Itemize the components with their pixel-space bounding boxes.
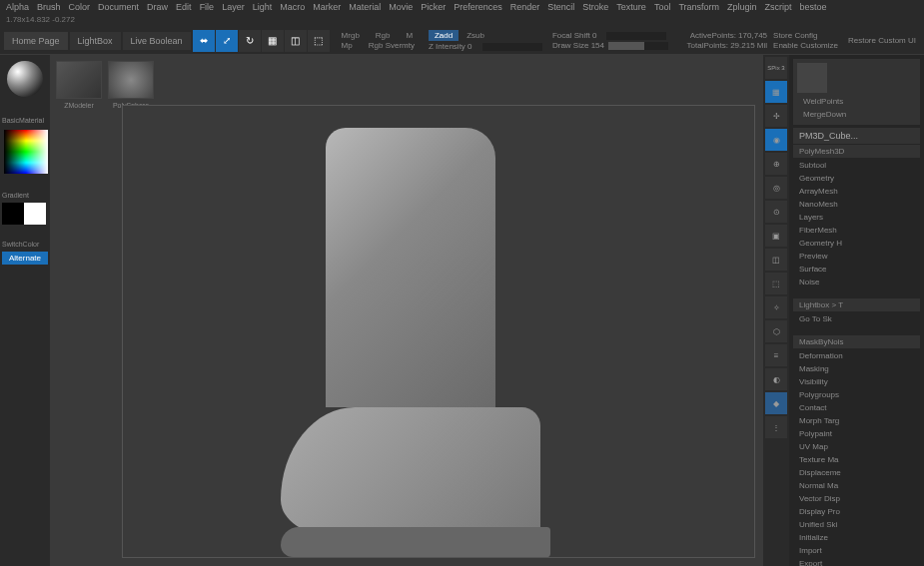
scale-icon[interactable]: ⤢ — [216, 30, 238, 52]
menu-texture[interactable]: Texture — [616, 2, 646, 13]
panel-subtool[interactable]: Subtool — [793, 159, 920, 172]
rt-btn-actnr[interactable]: ▣ — [765, 225, 787, 247]
panel-texture-ma[interactable]: Texture Ma — [793, 453, 920, 466]
panel-geometry-h[interactable]: Geometry H — [793, 237, 920, 250]
material-preview[interactable] — [7, 61, 43, 97]
panel-nanomesh[interactable]: NanoMesh — [793, 198, 920, 211]
menu-stencil[interactable]: Stencil — [547, 2, 574, 13]
menu-movie[interactable]: Movie — [389, 2, 413, 13]
mrgb-label[interactable]: Mrgb — [338, 31, 364, 40]
rt-btn-10[interactable]: ✧ — [765, 296, 787, 318]
swatch-black[interactable] — [2, 203, 24, 225]
gotoski[interactable]: Go To Sk — [793, 312, 920, 325]
lightbox-tools[interactable]: Lightbox > T — [793, 298, 920, 311]
zadd-button[interactable]: Zadd — [429, 30, 459, 41]
m-label[interactable]: M — [403, 31, 418, 40]
menu-draw[interactable]: Draw — [147, 2, 168, 13]
drawsize-slider[interactable] — [608, 42, 668, 50]
menu-edit[interactable]: Edit — [176, 2, 192, 13]
rt-btn-1[interactable]: ▦ — [765, 81, 787, 103]
lightbox-button[interactable]: LightBox — [70, 32, 121, 50]
rt-btn-11[interactable]: ⬡ — [765, 320, 787, 342]
tool3-icon[interactable]: ⬚ — [308, 30, 330, 52]
panel-preview[interactable]: Preview — [793, 250, 920, 263]
rt-btn-8[interactable]: ◫ — [765, 249, 787, 271]
spix-button[interactable]: SPix 3 — [765, 57, 787, 79]
panel-unified-ski[interactable]: Unified Ski — [793, 518, 920, 531]
home-button[interactable]: Home Page — [4, 32, 68, 50]
tool-icon[interactable]: ▦ — [262, 30, 284, 52]
rt-btn-5[interactable]: ◎ — [765, 177, 787, 199]
switchcolor-label[interactable]: SwitchColor — [2, 241, 48, 248]
menu-macro[interactable]: Macro — [280, 2, 305, 13]
zmodeler-thumb[interactable] — [56, 61, 102, 99]
rt-btn-2[interactable]: ✢ — [765, 105, 787, 127]
focal-slider[interactable] — [606, 32, 666, 40]
menu-alpha[interactable]: Alpha — [6, 2, 29, 13]
menu-zplugin[interactable]: Zplugin — [727, 2, 757, 13]
panel-display-pro[interactable]: Display Pro — [793, 505, 920, 518]
zsub-button[interactable]: Zsub — [462, 31, 488, 40]
swatch-white[interactable] — [24, 203, 46, 225]
menu-tool[interactable]: Tool — [654, 2, 671, 13]
weldpoints[interactable]: WeldPoints — [797, 95, 916, 108]
menu-light[interactable]: Light — [253, 2, 273, 13]
panel-deformation[interactable]: Deformation — [793, 349, 920, 362]
rt-btn-linefill[interactable]: ≡ — [765, 344, 787, 366]
panel-polygroups[interactable]: Polygroups — [793, 388, 920, 401]
rt-btn-6[interactable]: ⊙ — [765, 201, 787, 223]
rt-btn-15[interactable]: ⋮ — [765, 416, 787, 438]
panel-displaceme[interactable]: Displaceme — [793, 466, 920, 479]
panel-vector-disp[interactable]: Vector Disp — [793, 492, 920, 505]
alternate-button[interactable]: Alternate — [2, 252, 48, 265]
viewport[interactable] — [122, 105, 755, 558]
menu-stroke[interactable]: Stroke — [582, 2, 608, 13]
zintensity-slider[interactable] — [482, 43, 542, 51]
rt-btn-3[interactable]: ◉ — [765, 129, 787, 151]
weld-thumb[interactable] — [797, 63, 827, 93]
panel-visibility[interactable]: Visibility — [793, 375, 920, 388]
menu-file[interactable]: File — [200, 2, 215, 13]
rt-btn-4[interactable]: ⊕ — [765, 153, 787, 175]
live-boolean-button[interactable]: Live Boolean — [123, 32, 191, 50]
panel-contact[interactable]: Contact — [793, 401, 920, 414]
color-picker[interactable] — [4, 130, 48, 174]
panel-noise[interactable]: Noise — [793, 276, 920, 288]
menu-material[interactable]: Material — [349, 2, 381, 13]
menu-render[interactable]: Render — [510, 2, 540, 13]
panel-normal-ma[interactable]: Normal Ma — [793, 479, 920, 492]
menu-transform[interactable]: Transform — [678, 2, 719, 13]
panel-polypaint[interactable]: Polypaint — [793, 427, 920, 440]
rt-btn-tansp[interactable]: ◐ — [765, 368, 787, 390]
panel-geometry[interactable]: Geometry — [793, 172, 920, 185]
panel-uv-map[interactable]: UV Map — [793, 440, 920, 453]
mergedown[interactable]: MergeDown — [797, 108, 916, 121]
menu-layer[interactable]: Layer — [222, 2, 245, 13]
panel-morph-targ[interactable]: Morph Targ — [793, 414, 920, 427]
panel-arraymesh[interactable]: ArrayMesh — [793, 185, 920, 198]
menu-brush[interactable]: Brush — [37, 2, 61, 13]
menu-bestoe[interactable]: bestoe — [800, 2, 827, 13]
panel-fibermesh[interactable]: FiberMesh — [793, 224, 920, 237]
panel-initialize[interactable]: Initialize — [793, 531, 920, 544]
menu-document[interactable]: Document — [98, 2, 139, 13]
rt-btn-14[interactable]: ◆ — [765, 392, 787, 414]
menu-picker[interactable]: Picker — [421, 2, 446, 13]
menu-zscript[interactable]: Zscript — [765, 2, 792, 13]
polysphere-thumb[interactable] — [108, 61, 154, 99]
rt-btn-frame[interactable]: ⬚ — [765, 273, 787, 294]
restore-ui[interactable]: Restore Custom UI — [844, 36, 920, 45]
panel-export[interactable]: Export — [793, 557, 920, 566]
panel-surface[interactable]: Surface — [793, 263, 920, 276]
menu-color[interactable]: Color — [69, 2, 91, 13]
store-config[interactable]: Store Config — [769, 31, 842, 40]
enable-customize[interactable]: Enable Customize — [769, 41, 842, 50]
polymesh3d[interactable]: PolyMesh3D — [793, 145, 920, 158]
tool2-icon[interactable]: ◫ — [285, 30, 307, 52]
menu-preferences[interactable]: Preferences — [454, 2, 502, 13]
panel-import[interactable]: Import — [793, 544, 920, 557]
maskbynoise[interactable]: MaskByNois — [793, 335, 920, 348]
rgb-label[interactable]: Rgb — [372, 31, 395, 40]
panel-masking[interactable]: Masking — [793, 362, 920, 375]
panel-layers[interactable]: Layers — [793, 211, 920, 224]
